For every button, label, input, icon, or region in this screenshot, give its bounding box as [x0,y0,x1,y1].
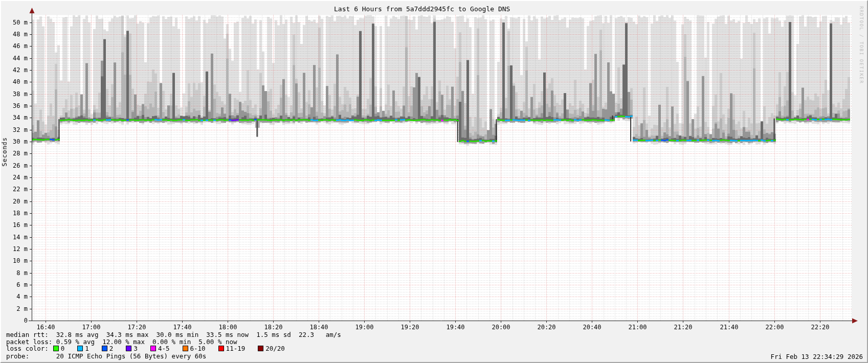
loss-legend-item-2: 2 [102,345,114,352]
loss-color-legend-label: loss color: [6,345,49,352]
smokeping-graph-page: { "title": "Last 6 Hours from 5a7ddd2945… [0,0,868,363]
loss-legend-item-6-10: 6-10 [183,345,206,352]
loss-swatch [77,346,83,351]
probe-info: probe: 20 ICMP Echo Pings (56 Bytes) eve… [6,353,206,359]
loss-swatch-label: 6-10 [190,345,206,352]
loss-swatch [218,346,224,351]
loss-legend-item-11-19: 11-19 [218,345,246,352]
loss-color-legend-items: 01234-56-1011-1920/20 [53,345,285,352]
loss-swatch [53,346,59,351]
loss-swatch-label: 1 [85,345,89,352]
rrdtool-watermark: RRDTOOL / TOBI OETIKER [859,6,864,84]
loss-swatch [150,346,156,351]
loss-swatch [126,346,131,351]
loss-swatch [102,346,107,351]
loss-legend-item-3: 3 [126,345,138,352]
loss-swatch-label: 3 [133,345,138,352]
loss-swatch-label: 11-19 [226,345,246,352]
loss-color-legend: loss color: 01234-56-1011-1920/20 [6,345,285,352]
chart-title: Last 6 Hours from 5a7ddd2945fc to Google… [334,5,510,13]
graph-timestamp: Fri Feb 13 22:34:29 2026 [770,353,863,360]
loss-swatch-label: 4-5 [158,345,170,352]
loss-legend-item-20/20: 20/20 [258,345,285,352]
loss-legend-item-1: 1 [77,345,89,352]
loss-swatch-label: 2 [109,345,114,352]
latency-graph-canvas [0,0,868,363]
median-rtt-stats: median rtt: 32.8 ms avg 34.3 ms max 30.0… [6,331,341,338]
loss-legend-item-0: 0 [53,345,65,352]
loss-swatch [258,346,263,351]
y-axis-label: Seconds [1,137,8,167]
loss-swatch-label: 0 [61,345,65,352]
loss-swatch [183,346,188,351]
loss-swatch-label: 20/20 [265,345,285,352]
loss-legend-item-4-5: 4-5 [150,345,170,352]
